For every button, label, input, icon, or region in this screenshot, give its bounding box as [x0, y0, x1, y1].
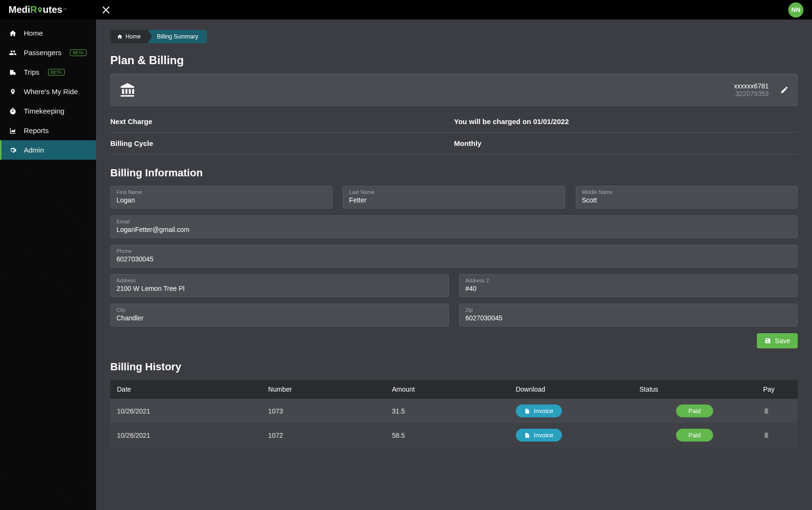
logo-text-3: utes — [43, 4, 62, 15]
cell-pay — [756, 423, 798, 447]
sidebar-item-trips[interactable]: Trips BETA — [0, 62, 96, 82]
sidebar-item-label: Admin — [24, 146, 44, 154]
billing-history-table: Date Number Amount Download Status Pay 1… — [110, 380, 798, 447]
phone-input[interactable] — [116, 255, 792, 263]
cell-amount: 31.5 — [385, 399, 509, 423]
email-input[interactable] — [116, 226, 792, 233]
col-amount: Amount — [385, 380, 509, 399]
billing-info-title: Billing Information — [110, 167, 798, 179]
field-label: Email — [116, 219, 792, 224]
status-badge: Paid — [676, 404, 713, 417]
address2-field[interactable]: Address 2 — [459, 274, 798, 297]
file-icon — [524, 433, 530, 438]
location-icon — [9, 88, 17, 96]
breadcrumb-home-label: Home — [126, 33, 141, 40]
cell-number: 1072 — [261, 423, 385, 447]
save-button[interactable]: Save — [757, 333, 798, 348]
billing-history-title: Billing History — [110, 361, 798, 373]
invoice-button[interactable]: Invoice — [516, 429, 562, 442]
billing-cycle-value: Monthly — [454, 139, 798, 147]
field-label: Last Name — [349, 189, 559, 195]
logo-tm: ™ — [63, 8, 67, 12]
address-field[interactable]: Address — [110, 274, 449, 297]
last-name-input[interactable] — [349, 196, 559, 204]
close-icon[interactable] — [101, 5, 111, 15]
address-input[interactable] — [116, 285, 443, 292]
middle-name-input[interactable] — [582, 196, 792, 204]
cell-number: 1073 — [261, 399, 385, 423]
avatar[interactable]: NN — [788, 2, 803, 18]
sidebar-item-label: Reports — [24, 126, 49, 135]
breadcrumb-current: Billing Summary — [148, 30, 207, 43]
routing-number: 322079353 — [734, 90, 769, 97]
sidebar-item-reports[interactable]: Reports — [0, 121, 96, 140]
first-name-field[interactable]: First Name — [110, 186, 332, 209]
table-row: 10/26/2021107331.5InvoicePaid — [110, 399, 798, 423]
field-label: Address 2 — [465, 278, 792, 283]
col-download: Download — [509, 380, 633, 399]
billing-info-form: First Name Last Name Middle Name Email — [110, 186, 798, 327]
logo-text-2: R — [30, 4, 37, 15]
breadcrumb-current-label: Billing Summary — [157, 33, 198, 40]
cell-pay — [756, 399, 798, 423]
sidebar-item-passengers[interactable]: Passengers BETA — [0, 43, 96, 62]
sidebar-item-label: Passengers — [24, 48, 61, 57]
breadcrumb-separator — [147, 30, 152, 43]
middle-name-field[interactable]: Middle Name — [576, 186, 798, 209]
next-charge-row: Next Charge You will be charged on 01/01… — [110, 111, 798, 133]
invoice-label: Invoice — [534, 432, 553, 439]
edit-icon[interactable] — [780, 86, 789, 94]
sidebar-item-home[interactable]: Home — [0, 23, 96, 43]
phone-field[interactable]: Phone — [110, 245, 798, 268]
city-input[interactable] — [116, 314, 443, 322]
sidebar-item-label: Trips — [24, 68, 39, 76]
home-icon — [9, 29, 17, 37]
receipt-icon[interactable] — [763, 432, 791, 439]
email-field[interactable]: Email — [110, 215, 798, 238]
sidebar-item-label: Timekeeping — [24, 107, 64, 115]
sidebar-item-timekeeping[interactable]: Timekeeping — [0, 101, 96, 121]
avatar-initials: NN — [792, 6, 801, 13]
trips-icon — [9, 68, 17, 76]
field-label: First Name — [116, 189, 326, 195]
home-icon — [117, 34, 123, 39]
city-field[interactable]: City — [110, 304, 449, 327]
breadcrumb-home[interactable]: Home — [110, 30, 147, 43]
cell-download: Invoice — [509, 423, 633, 447]
col-number: Number — [261, 380, 385, 399]
sidebar-item-label: Home — [24, 29, 43, 37]
field-label: Middle Name — [582, 189, 792, 195]
cell-status: Paid — [633, 399, 756, 423]
col-pay: Pay — [756, 380, 798, 399]
billing-cycle-label: Billing Cycle — [110, 139, 454, 147]
logo[interactable]: MediRutes™ — [9, 4, 67, 15]
admin-icon — [9, 146, 17, 154]
last-name-field[interactable]: Last Name — [343, 186, 565, 209]
bank-icon — [119, 82, 135, 98]
next-charge-label: Next Charge — [110, 117, 454, 125]
cell-download: Invoice — [509, 399, 633, 423]
beta-badge: BETA — [70, 49, 87, 56]
cell-date: 10/26/2021 — [110, 399, 261, 423]
address2-input[interactable] — [465, 285, 792, 292]
table-row: 10/26/2021107258.5InvoicePaid — [110, 423, 798, 447]
sidebar: Home Passengers BETA Trips BETA Where's … — [0, 19, 96, 510]
receipt-icon[interactable] — [763, 407, 791, 415]
breadcrumb: Home Billing Summary — [110, 30, 207, 43]
logo-text-1: Medi — [9, 4, 30, 15]
zip-input[interactable] — [465, 314, 792, 322]
zip-field[interactable]: Zip — [459, 304, 798, 327]
passengers-icon — [9, 49, 17, 57]
billing-cycle-row: Billing Cycle Monthly — [110, 133, 798, 154]
reports-icon — [9, 127, 17, 135]
topbar: MediRutes™ NN — [0, 0, 812, 19]
bank-account-card: xxxxxx6781 322079353 — [110, 74, 798, 106]
col-status: Status — [633, 380, 756, 399]
first-name-input[interactable] — [116, 196, 326, 204]
field-label: Phone — [116, 248, 792, 254]
sidebar-item-admin[interactable]: Admin — [0, 140, 96, 160]
invoice-button[interactable]: Invoice — [516, 404, 562, 417]
beta-badge: BETA — [48, 69, 65, 76]
sidebar-item-wheres-my-ride[interactable]: Where's My Ride — [0, 82, 96, 101]
cell-status: Paid — [633, 423, 756, 447]
